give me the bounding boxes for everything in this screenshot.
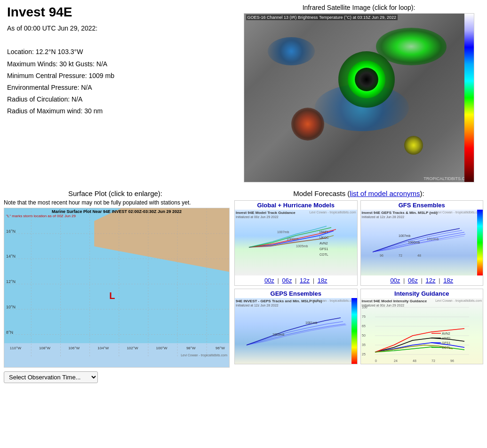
global-chart-label: Invest 94E Model Track Guidance [236, 211, 295, 215]
svg-text:1000mb: 1000mb [408, 241, 420, 244]
intensity-guidance-title: Intensity Guidance [361, 289, 483, 298]
svg-text:1005mb: 1005mb [296, 244, 308, 248]
gfs-chart-init: Initialized at 12z Jun 28 2022 [362, 215, 405, 219]
satellite-colorbar [464, 14, 474, 182]
model-acronyms-link[interactable]: list of model acronyms [350, 189, 420, 197]
svg-text:0: 0 [375, 359, 377, 362]
svg-text:25: 25 [362, 353, 366, 356]
svg-text:1005mb: 1005mb [272, 333, 284, 336]
global-tab-06z[interactable]: 06z [282, 277, 292, 284]
svg-text:106°W: 106°W [68, 346, 80, 350]
geps-chart-init: Initialized at 12z Jun 28 2022 [236, 304, 279, 307]
global-hurricane-title: Global + Hurricane Models [235, 201, 357, 210]
svg-text:72: 72 [431, 359, 435, 362]
map-subtitle: "L" marks storm location as of 00Z Jun 2… [6, 214, 76, 218]
satellite-title[interactable]: Infrared Satellite Image (click for loop… [234, 4, 483, 11]
svg-text:110°W: 110°W [10, 346, 22, 350]
intensity-chart-init: Initialized at 00z Jun 29 2022 [362, 304, 405, 307]
svg-text:50: 50 [362, 334, 366, 337]
satellite-image[interactable]: GOES-16 Channel 13 (IR) Brightness Tempe… [244, 13, 474, 182]
gfs-ensembles-chart[interactable]: 1007mb 1000mb 1010mb 96 72 48 Invest 94E… [361, 210, 483, 275]
intensity-chart-label: Invest 94E Model Intensity Guidance [362, 299, 427, 303]
intensity-guidance-panel: Intensity Guidance 100 75 [360, 289, 484, 364]
surface-title[interactable]: Surface Plot (click to enlarge): [4, 189, 227, 197]
svg-text:96°W: 96°W [216, 346, 225, 350]
cloud-core [355, 68, 378, 91]
geps-ensembles-panel: GEPS Ensembles 1001mb 1005mb 94E INVEST … [234, 289, 358, 364]
global-track-lines: HWFI UKCC AVN2 GFS1 COTL 1007mb 1000mb 1… [235, 210, 357, 275]
intensity-chart-watermark: Levi Cowan - tropicaltidbits.com [435, 299, 482, 302]
global-hurricane-panel: Global + Hurricane Models HWFI UKCC AVN2 [234, 200, 358, 286]
svg-text:UKCC: UKCC [319, 236, 329, 239]
svg-text:GFS1: GFS1 [442, 341, 450, 345]
svg-text:1001mb: 1001mb [305, 321, 317, 324]
geps-ensembles-title: GEPS Ensembles [235, 289, 357, 298]
gfs-track-lines: 1007mb 1000mb 1010mb 96 72 48 [361, 210, 483, 275]
svg-text:10°N: 10°N [6, 305, 16, 309]
svg-text:COTL: COTL [319, 253, 328, 256]
gfs-tab-12z[interactable]: 12z [426, 277, 436, 284]
svg-text:12°N: 12°N [6, 279, 16, 284]
svg-text:GFS1: GFS1 [319, 247, 328, 251]
geps-colorbar [351, 298, 357, 364]
cloud-decoration [291, 108, 324, 141]
satellite-chart-label: GOES-16 Channel 13 (IR) Brightness Tempe… [246, 15, 398, 20]
satellite-section: Infrared Satellite Image (click for loop… [231, 0, 487, 182]
global-tab-12z[interactable]: 12z [300, 277, 310, 284]
svg-text:102°W: 102°W [127, 346, 138, 350]
gfs-ensembles-title: GFS Ensembles [361, 201, 483, 210]
svg-text:16°N: 16°N [6, 229, 16, 234]
svg-text:14°N: 14°N [6, 254, 16, 259]
svg-text:72: 72 [399, 254, 402, 257]
geps-chart-watermark: Levi Cowan - tropicaltidbits.com [310, 299, 356, 302]
svg-text:HWFI: HWFI [319, 230, 328, 234]
gfs-tab-00z[interactable]: 00z [390, 277, 400, 284]
storm-location: Location: 12.2°N 103.3°W [7, 46, 224, 58]
intensity-guidance-chart[interactable]: 100 75 65 50 35 25 0 24 [361, 298, 483, 364]
model-forecasts-title: Model Forecasts (list of model acronyms)… [234, 189, 483, 197]
gfs-chart-watermark: Levi Cowan - tropicaltidbits.com [435, 211, 482, 214]
global-tab-18z[interactable]: 18z [318, 277, 327, 284]
global-tab-00z[interactable]: 00z [264, 277, 274, 284]
map-watermark: Levi Cowan - tropicaltidbits.com [181, 354, 227, 357]
obs-time-select[interactable]: Select Observation Time... 00Z Jun 29 06… [4, 371, 98, 383]
storm-radius-circ: Radius of Circulation: N/A [7, 94, 224, 105]
geps-ensembles-chart[interactable]: 1001mb 1005mb 94E INVEST - GEPS Tracks a… [235, 298, 357, 364]
svg-text:98°W: 98°W [186, 346, 196, 350]
surface-section: Surface Plot (click to enlarge): Note th… [0, 189, 231, 388]
svg-text:48: 48 [413, 359, 416, 362]
model-grid: Global + Hurricane Models HWFI UKCC AVN2 [234, 200, 483, 364]
svg-text:AVN2: AVN2 [442, 332, 450, 335]
svg-text:8°N: 8°N [6, 330, 13, 335]
cloud-decoration [268, 37, 315, 65]
global-tabs: 00z | 06z | 12z | 18z [235, 275, 357, 285]
svg-text:65: 65 [362, 324, 366, 328]
global-hurricane-chart[interactable]: HWFI UKCC AVN2 GFS1 COTL 1007mb 1000mb 1… [235, 210, 357, 275]
svg-text:75: 75 [362, 315, 366, 318]
svg-text:1007mb: 1007mb [399, 234, 410, 237]
global-chart-init: Initialized at 00z Jun 29 2022 [236, 215, 279, 219]
gfs-tab-18z[interactable]: 18z [443, 277, 453, 284]
svg-text:1000mb: 1000mb [287, 237, 298, 241]
storm-marker: L [109, 290, 115, 301]
storm-radius-max-wind: Radius of Maximum wind: 30 nm [7, 105, 224, 117]
model-section: Model Forecasts (list of model acronyms)… [231, 189, 487, 388]
svg-text:COTL: COTL [442, 346, 451, 349]
storm-min-pressure: Minimum Central Pressure: 1009 mb [7, 70, 224, 82]
svg-text:24: 24 [394, 359, 398, 362]
svg-text:96: 96 [450, 359, 454, 362]
surface-map[interactable]: 16°N 14°N 12°N 10°N 8°N 110°W 108°W 106°… [4, 208, 230, 368]
svg-text:1007mb: 1007mb [277, 230, 289, 234]
intensity-lines: 100 75 65 50 35 25 0 24 [361, 298, 483, 364]
global-chart-watermark: Levi Cowan - tropicaltidbits.com [310, 211, 356, 214]
svg-text:100°W: 100°W [156, 346, 168, 350]
svg-text:48: 48 [417, 254, 421, 257]
obs-time-container: Select Observation Time... 00Z Jun 29 06… [4, 371, 227, 383]
svg-text:108°W: 108°W [39, 346, 51, 350]
gfs-colorbar [477, 210, 483, 275]
storm-title: Invest 94E [7, 5, 224, 20]
map-grid: 16°N 14°N 12°N 10°N 8°N 110°W 108°W 106°… [4, 208, 229, 357]
gfs-tab-06z[interactable]: 06z [408, 277, 418, 284]
storm-timestamp: As of 00:00 UTC Jun 29, 2022: [7, 23, 224, 34]
storm-info-panel: Invest 94E As of 00:00 UTC Jun 29, 2022:… [0, 0, 231, 182]
